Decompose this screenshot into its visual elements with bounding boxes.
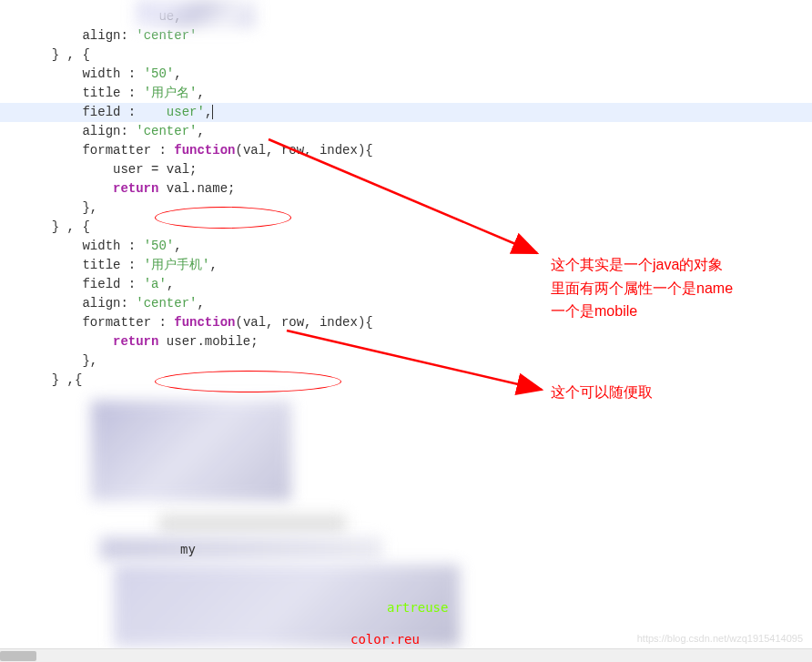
code-fragment: artreuse <box>387 598 448 617</box>
annotation-text: 这个可以随便取 <box>551 381 653 404</box>
blurred-region <box>100 537 382 560</box>
code-line[interactable]: return user.mobile; <box>0 332 812 351</box>
annotation-text: 这个其实是一个java的对象 里面有两个属性一个是name 一个是mobile <box>551 253 733 323</box>
code-line[interactable]: align: 'center', <box>0 122 812 141</box>
code-line[interactable]: return val.name; <box>0 179 812 199</box>
watermark: https://blog.csdn.net/wzq1915414095 <box>637 631 803 647</box>
code-line[interactable]: }, <box>0 351 812 371</box>
code-line[interactable]: align: 'center' <box>0 26 812 46</box>
code-line[interactable]: formatter : function(val, row, index){ <box>0 141 812 160</box>
blurred-region <box>137 0 255 27</box>
code-fragment: my <box>180 540 196 559</box>
code-line[interactable]: } , { <box>0 218 812 237</box>
code-line[interactable]: }, <box>0 199 812 218</box>
code-fragment: color.reu <box>350 630 420 649</box>
code-line[interactable]: ue, <box>0 7 812 26</box>
blurred-region <box>159 514 346 533</box>
code-line[interactable]: } ,{ <box>0 371 812 390</box>
horizontal-scrollbar[interactable] <box>0 648 812 662</box>
code-line[interactable]: } , { <box>0 46 812 65</box>
cursor <box>212 105 213 119</box>
annotation-ellipse <box>155 207 291 229</box>
code-line[interactable]: title : '用户名', <box>0 84 812 103</box>
annotation-ellipse <box>155 371 341 392</box>
blurred-region <box>91 401 291 501</box>
code-line-highlighted[interactable]: field : user', <box>0 103 812 122</box>
code-editor: ue, align: 'center' } , { width : '50', … <box>0 0 812 397</box>
code-line[interactable]: width : '50', <box>0 65 812 84</box>
scrollbar-thumb[interactable] <box>0 651 36 661</box>
code-line[interactable]: user = val; <box>0 160 812 179</box>
